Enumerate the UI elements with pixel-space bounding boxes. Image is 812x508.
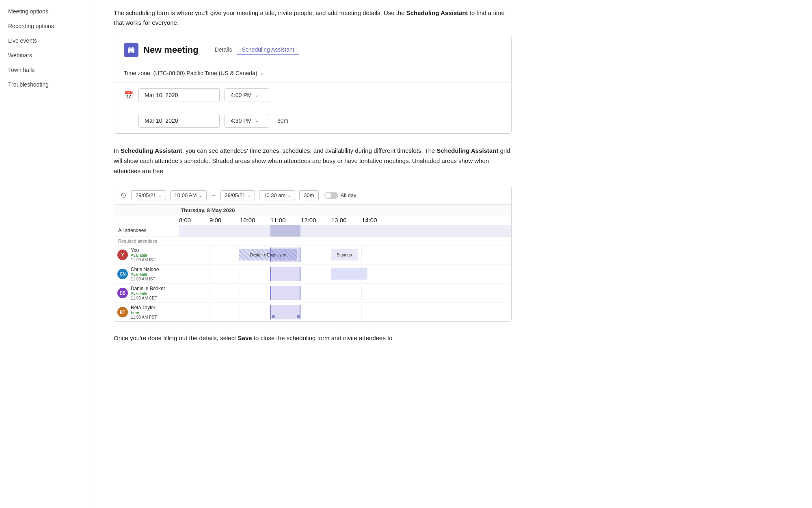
grid-chris: [179, 267, 511, 281]
clock-icon: ⏲: [121, 192, 127, 199]
start-date-field[interactable]: Mar 10, 2020: [138, 88, 220, 102]
sidebar-item-town-halls[interactable]: Town halls: [0, 63, 89, 77]
time-cols: 8:00 9:00 10:00 11:00 12:00 13:00 14:00: [179, 215, 511, 225]
sidebar-item-troubleshooting[interactable]: Troubleshooting: [0, 77, 89, 92]
grid-you: Design x Engg sync Standup: [179, 247, 511, 262]
attendee-row-you: Y You Available 11:00 AM IST: [114, 245, 511, 265]
all-attendees-grid: [179, 225, 511, 237]
sched-start-time[interactable]: 10:00 AM ⌄: [170, 190, 207, 200]
required-attendees-group: Required attendees: [114, 237, 511, 245]
calendar-icon: 31: [124, 43, 138, 57]
end-date-field[interactable]: Mar 10, 2020: [138, 114, 220, 128]
main-content: The scheduling form is where you'll give…: [89, 0, 536, 508]
sched-end-time[interactable]: 10:30 am ⌄: [259, 190, 295, 200]
avatar-chris: CN: [117, 269, 128, 279]
timezone-chevron[interactable]: ⌄: [260, 70, 264, 76]
grid-danielle: [179, 286, 511, 300]
attendee-info-danielle: Danielle Booker Available 11:00 AM CET: [131, 286, 165, 300]
attendee-info-you: You Available 11:00 AM IST: [131, 247, 155, 262]
scheduling-assistant-card: ⏲ 29/05/21 ⌄ 10:00 AM ⌄ → 29/05/21 ⌄ 10:…: [114, 186, 512, 322]
card-header: 31 New meeting Details Scheduling Assist…: [114, 36, 511, 64]
date-header-row: Thursday, 8 May 2020: [114, 205, 511, 215]
end-date-row: 📅 Mar 10, 2020 4:30 PM ⌄ 30m: [114, 108, 511, 133]
sidebar: Meeting options Recording options Live e…: [0, 0, 89, 508]
sidebar-item-live-events[interactable]: Live events: [0, 33, 89, 48]
sched-header: ⏲ 29/05/21 ⌄ 10:00 AM ⌄ → 29/05/21 ⌄ 10:…: [114, 186, 511, 205]
attendee-info-reta: Reta Taylor Free 11:00 AM PST: [131, 305, 157, 319]
date-header-label: Thursday, 8 May 2020: [179, 205, 511, 215]
tab-scheduling-assistant[interactable]: Scheduling Assistant: [237, 45, 299, 55]
sched-duration: 30m: [299, 190, 318, 200]
bottom-paragraph: Once you're done filling out the details…: [114, 333, 512, 343]
time-label-12: 12:00: [301, 215, 331, 225]
sched-arrow-icon: →: [211, 192, 216, 199]
time-label-13: 13:00: [331, 215, 362, 225]
attendee-row-danielle: DB Danielle Booker Available 11:00 AM CE…: [114, 284, 511, 303]
avatar-reta: RT: [117, 307, 128, 317]
sched-start-date[interactable]: 29/05/21 ⌄: [131, 190, 166, 200]
time-label-9: 9:00: [209, 215, 240, 225]
sched-end-date[interactable]: 29/05/21 ⌄: [220, 190, 255, 200]
grid-reta: [179, 305, 511, 319]
tab-links: Details Scheduling Assistant: [210, 45, 299, 55]
svg-rect-4: [132, 47, 133, 48]
new-meeting-card: 31 New meeting Details Scheduling Assist…: [114, 36, 512, 134]
sidebar-item-meeting-options[interactable]: Meeting options: [0, 4, 89, 19]
avatar-danielle: DB: [117, 288, 128, 298]
svg-rect-3: [130, 47, 130, 48]
start-time-chevron: ⌄: [255, 93, 259, 98]
attendee-info-chris: Chris Naidoo Available 11:00 AM IST: [131, 267, 159, 281]
time-labels-row: 8:00 9:00 10:00 11:00 12:00 13:00 14:00: [114, 215, 511, 225]
new-meeting-title: New meeting: [143, 45, 199, 55]
time-label-10: 10:00: [240, 215, 270, 225]
start-date-row: 📅 Mar 10, 2020 4:00 PM ⌄: [114, 82, 511, 108]
duration-badge: 30m: [274, 117, 292, 124]
event-standup-you: Standup: [331, 249, 358, 261]
end-time-chevron: ⌄: [255, 118, 259, 124]
avatar-you: Y: [117, 250, 128, 260]
intro-paragraph: The scheduling form is where you'll give…: [114, 8, 512, 28]
time-label-11: 11:00: [270, 215, 301, 225]
tab-details[interactable]: Details: [210, 45, 237, 55]
date-icon-1: 📅: [124, 91, 134, 100]
body-paragraph: In Scheduling Assistant, you can see att…: [114, 146, 512, 176]
svg-rect-2: [128, 48, 134, 50]
calendar-svg: 31: [127, 46, 135, 54]
attendee-row-chris: CN Chris Naidoo Available 11:00 AM IST: [114, 265, 511, 284]
start-time-field[interactable]: 4:00 PM ⌄: [225, 88, 269, 102]
sidebar-item-webinars[interactable]: Webinars: [0, 48, 89, 63]
event-busy-chris: [331, 268, 367, 280]
all-attendees-row: All attendees: [114, 225, 511, 237]
all-day-toggle[interactable]: All day: [324, 192, 356, 199]
sidebar-item-recording-options[interactable]: Recording options: [0, 19, 89, 33]
toggle-thumb: [325, 193, 331, 198]
timezone-row: Time zone: (UTC-08:00) Pacific Time (US …: [114, 64, 511, 82]
calendar-grid: Thursday, 8 May 2020 8:00 9:00 10:00 11:…: [114, 205, 511, 321]
required-attendees-label: Required attendees: [114, 237, 179, 245]
time-label-8: 8:00: [179, 215, 209, 225]
end-time-field[interactable]: 4:30 PM ⌄: [225, 114, 269, 128]
toggle-track: [324, 192, 338, 199]
all-attendees-label: All attendees: [114, 225, 179, 237]
attendee-row-reta: RT Reta Taylor Free 11:00 AM PST: [114, 303, 511, 321]
time-label-14: 14:00: [362, 215, 392, 225]
svg-text:31: 31: [130, 50, 133, 53]
